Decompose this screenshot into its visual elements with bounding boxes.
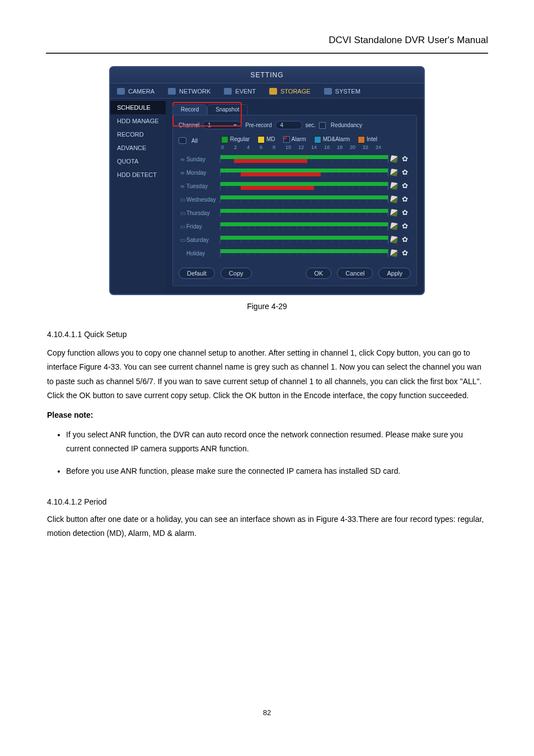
schedule-bar[interactable] — [220, 209, 388, 217]
day-lock-icon[interactable]: ▭ — [179, 223, 186, 230]
all-label: All — [191, 138, 198, 144]
schedule-bar[interactable] — [220, 249, 388, 257]
redundancy-checkbox[interactable] — [319, 122, 326, 129]
bullet-2: Before you use ANR function, please make… — [66, 464, 487, 478]
sidebar-item-schedule[interactable]: SCHEDULE — [110, 101, 166, 114]
day-lock-icon[interactable]: ∞ — [179, 183, 186, 189]
alarm-checkbox[interactable] — [283, 136, 290, 143]
figure-caption: Figure 4-29 — [0, 302, 534, 311]
legend-intel: Intel — [358, 136, 377, 143]
top-tab-bar: CAMERA NETWORK EVENT STORAGE SYSTEM — [110, 83, 424, 99]
tab-camera-label: CAMERA — [128, 88, 154, 95]
gear-icon[interactable]: ✿ — [402, 169, 409, 176]
default-button[interactable]: Default — [179, 268, 215, 279]
copy-button[interactable]: Copy — [221, 268, 252, 279]
day-row: ∞Tuesday✿ — [179, 179, 411, 193]
storage-icon — [269, 88, 277, 95]
eraser-icon[interactable] — [390, 195, 398, 203]
day-lock-icon[interactable]: ▭ — [179, 210, 186, 216]
day-label: Monday — [186, 170, 220, 176]
day-lock-icon[interactable]: ∞ — [179, 170, 186, 176]
sidebar-item-record[interactable]: RECORD — [110, 128, 166, 141]
tab-storage[interactable]: STORAGE — [269, 88, 311, 95]
eraser-icon[interactable] — [390, 182, 398, 190]
note-label: Please note: — [47, 410, 93, 419]
day-label: Holiday — [186, 250, 220, 256]
day-lock-icon[interactable]: ▭ — [179, 197, 186, 203]
legend-mdalarm: MD&Alarm — [314, 136, 350, 143]
tab-event[interactable]: EVENT — [224, 88, 256, 95]
eraser-icon[interactable] — [390, 236, 398, 244]
schedule-bar[interactable] — [220, 155, 388, 163]
day-lock-icon[interactable]: ▭ — [179, 237, 186, 243]
tab-network[interactable]: NETWORK — [168, 88, 210, 95]
day-row: ▭Friday✿ — [179, 220, 411, 233]
page-number: 82 — [0, 708, 534, 717]
camera-icon — [117, 88, 125, 95]
day-row: Holiday✿ — [179, 246, 411, 260]
day-label: Tuesday — [186, 183, 220, 189]
day-label: Saturday — [186, 237, 220, 243]
quick-setup-heading: 4.10.4.1.1 Quick Setup — [47, 328, 487, 342]
day-row: ▭Thursday✿ — [179, 206, 411, 220]
tab-system[interactable]: SYSTEM — [324, 88, 360, 95]
bullet-1: If you select ANR function, the DVR can … — [66, 428, 487, 456]
schedule-bar[interactable] — [220, 195, 388, 203]
gear-icon[interactable]: ✿ — [402, 183, 409, 189]
sidebar-item-advance[interactable]: ADVANCE — [110, 141, 166, 155]
period-text: Click button after one date or a holiday… — [47, 512, 487, 540]
time-axis: 024681012141618202224 — [221, 144, 388, 150]
day-lock-icon[interactable]: ∞ — [179, 156, 186, 162]
event-icon — [224, 88, 232, 95]
gear-icon[interactable]: ✿ — [402, 236, 409, 243]
subtab-record[interactable]: Record — [172, 104, 207, 115]
all-icon[interactable] — [179, 137, 186, 144]
day-row: ∞Monday✿ — [179, 166, 411, 179]
prerecord-input[interactable]: 4 — [275, 121, 302, 129]
setting-window: SETTING CAMERA NETWORK EVENT STORAGE SYS… — [110, 67, 424, 294]
schedule-bar[interactable] — [220, 169, 388, 176]
legend-md: MD — [257, 136, 275, 143]
network-icon — [168, 88, 176, 95]
day-label: Sunday — [186, 156, 220, 162]
prerecord-value: 4 — [280, 122, 284, 128]
gear-icon[interactable]: ✿ — [402, 250, 409, 256]
day-row: ▭Saturday✿ — [179, 233, 411, 246]
system-icon — [324, 88, 332, 95]
gear-icon[interactable]: ✿ — [402, 209, 409, 216]
gear-icon[interactable]: ✿ — [402, 223, 409, 230]
manual-header: DCVI Standalone DVR User's Manual — [0, 0, 534, 53]
cancel-button[interactable]: Cancel — [337, 268, 373, 279]
ok-button[interactable]: OK — [306, 268, 331, 279]
prerecord-label: Pre-record — [245, 122, 271, 128]
sidebar-item-hddmanage[interactable]: HDD MANAGE — [110, 114, 166, 128]
eraser-icon[interactable] — [390, 249, 398, 257]
window-title: SETTING — [110, 67, 424, 83]
sidebar-item-hdddetect[interactable]: HDD DETECT — [110, 168, 166, 181]
tab-network-label: NETWORK — [179, 88, 210, 95]
eraser-icon[interactable] — [390, 209, 398, 217]
apply-button[interactable]: Apply — [378, 268, 411, 279]
day-label: Wednesday — [186, 197, 220, 203]
gear-icon[interactable]: ✿ — [402, 196, 409, 203]
schedule-bar[interactable] — [220, 236, 388, 244]
eraser-icon[interactable] — [390, 155, 398, 163]
day-label: Thursday — [186, 210, 220, 216]
sidebar-item-quota[interactable]: QUOTA — [110, 155, 166, 168]
eraser-icon[interactable] — [390, 169, 398, 176]
sec-label: sec. — [306, 122, 316, 128]
header-rule — [46, 53, 488, 54]
day-row: ▭Wednesday✿ — [179, 193, 411, 206]
main-panel: Record Snapshot Channel 1 Pre-record 4 s… — [166, 99, 424, 294]
schedule-bar[interactable] — [220, 182, 388, 190]
legend-regular: Regular — [221, 136, 250, 143]
eraser-icon[interactable] — [390, 222, 398, 230]
period-heading: 4.10.4.1.2 Period — [47, 495, 487, 509]
day-row: ∞Sunday✿ — [179, 152, 411, 166]
sidebar: SCHEDULE HDD MANAGE RECORD ADVANCE QUOTA… — [110, 99, 166, 294]
tab-camera[interactable]: CAMERA — [117, 88, 154, 95]
schedule-bar[interactable] — [220, 222, 388, 230]
legend-alarm: Alarm — [283, 136, 306, 143]
tab-event-label: EVENT — [235, 88, 256, 95]
gear-icon[interactable]: ✿ — [402, 156, 409, 162]
